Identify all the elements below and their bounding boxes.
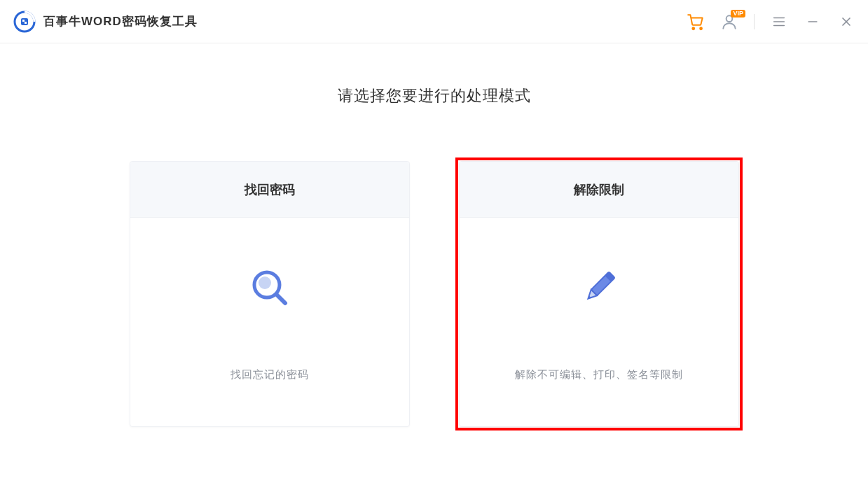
user-vip-badge: VIP — [731, 10, 745, 18]
user-icon[interactable]: VIP — [720, 13, 738, 31]
main-content: 请选择您要进行的处理模式 找回密码 找回忘记的密码 解除限制 — [0, 43, 868, 427]
app-title: 百事牛WORD密码恢复工具 — [43, 13, 198, 29]
svg-rect-2 — [22, 20, 25, 22]
card-desc: 解除不可编辑、打印、签名等限制 — [515, 368, 683, 382]
page-heading: 请选择您要进行的处理模式 — [338, 85, 531, 106]
svg-point-5 — [700, 27, 702, 29]
pencil-icon — [574, 263, 624, 312]
card-body: 找回忘记的密码 — [130, 218, 409, 426]
titlebar-left: 百事牛WORD密码恢复工具 — [13, 10, 198, 34]
app-logo-icon — [13, 10, 36, 34]
card-desc: 找回忘记的密码 — [230, 368, 309, 382]
card-title: 找回密码 — [130, 162, 409, 218]
titlebar-icons: VIP — [687, 13, 855, 31]
svg-point-4 — [692, 27, 694, 29]
minimize-icon[interactable] — [804, 13, 822, 31]
titlebar-divider — [754, 14, 755, 29]
card-title: 解除限制 — [460, 162, 738, 218]
close-icon[interactable] — [837, 13, 855, 31]
svg-rect-3 — [25, 22, 27, 24]
card-recover-password[interactable]: 找回密码 找回忘记的密码 — [130, 161, 410, 427]
mode-cards: 找回密码 找回忘记的密码 解除限制 — [130, 161, 739, 427]
svg-point-14 — [259, 276, 271, 289]
magnifier-icon — [245, 263, 294, 312]
titlebar: 百事牛WORD密码恢复工具 VIP — [0, 0, 868, 43]
cart-icon[interactable] — [687, 13, 705, 31]
card-remove-restriction[interactable]: 解除限制 解除不可编辑、打印、签名等限制 — [459, 161, 739, 427]
card-body: 解除不可编辑、打印、签名等限制 — [460, 218, 738, 426]
menu-icon[interactable] — [770, 13, 788, 31]
svg-line-15 — [277, 295, 285, 303]
